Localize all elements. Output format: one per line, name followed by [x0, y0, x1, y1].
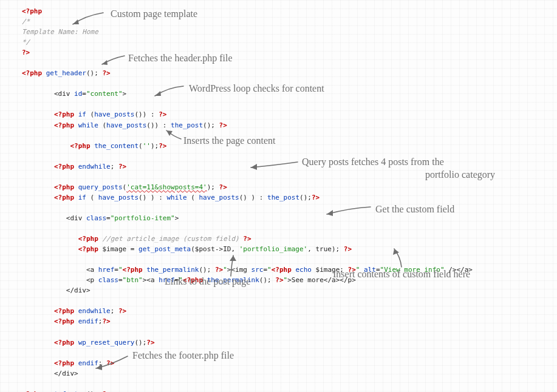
code-token: src [251, 266, 264, 274]
code-token: ($post->ID, [191, 245, 239, 253]
code-token: ?> [219, 121, 227, 129]
code-token: <?php [22, 317, 74, 325]
code-token: <?php [22, 245, 98, 253]
php-code-block: <?php /* Template Name: Home */ ?> <?php… [22, 6, 473, 392]
code-token: ?> [219, 183, 227, 191]
code-token: <?php [123, 266, 143, 274]
code-token: = [106, 214, 111, 222]
code-token: > [123, 90, 127, 98]
code-token: ?> [118, 163, 126, 171]
code-token: ?> [159, 110, 166, 118]
code-token: <?php [22, 69, 42, 77]
annotation-custom-template: Custom page template [111, 7, 197, 22]
code-token: " [267, 266, 272, 274]
code-token: id [74, 90, 82, 98]
annotation-header: Fetches the header.php file [128, 51, 233, 66]
code-token: "content" [86, 90, 123, 98]
code-token: ( [86, 194, 98, 201]
code-token: ( [138, 142, 143, 150]
code-token: get_post_meta [138, 245, 191, 253]
code-token: = [118, 276, 123, 284]
code-token: <div [22, 90, 74, 98]
code-token: " [118, 266, 123, 274]
code-token: ()) : [146, 121, 171, 129]
code-token: if [74, 110, 86, 118]
code-token: <?php [22, 194, 74, 201]
code-token: <?php [22, 235, 98, 243]
code-token: while [74, 121, 98, 129]
code-token: wp_reset_query [74, 339, 134, 346]
annotation-insert-field: Insert contents of custom field here [333, 267, 470, 282]
code-token: ); [151, 142, 159, 150]
code-token: ?> [102, 317, 110, 325]
code-token: "btn" [123, 276, 143, 284]
code-token: the_post [171, 121, 203, 129]
code-token: 'cat=11&showposts=4' [126, 183, 207, 191]
code-token: ( [98, 121, 106, 129]
code-comment: */ [22, 38, 30, 46]
code-token: <div [22, 214, 86, 222]
code-token: (); [199, 266, 215, 274]
code-token: <?php [22, 121, 74, 129]
code-token: () ) : [239, 194, 267, 201]
code-token: the_post [267, 194, 299, 201]
annotation-content: Inserts the page content [183, 133, 276, 149]
code-token: > [175, 214, 179, 222]
code-token: ()) : [134, 110, 159, 118]
code-token: have_posts [94, 110, 134, 118]
code-token: <?php [22, 183, 74, 191]
code-token: endif [74, 317, 98, 325]
code-token: (); [134, 339, 146, 346]
code-token: have_posts [98, 194, 138, 201]
annotation-query-line1: Query posts fetches 4 posts from the [302, 155, 444, 170]
code-token: href [98, 266, 115, 274]
code-token: 'portfolio_image' [239, 245, 308, 253]
code-token: ?> [312, 194, 320, 201]
annotation-query-line2: portfolio category [425, 167, 495, 183]
code-token: , true); [307, 245, 344, 253]
code-token: "portfolio-item" [111, 214, 175, 222]
code-token: get_header [42, 69, 86, 77]
code-token: ); [207, 183, 219, 191]
code-token: ?> [22, 49, 30, 56]
code-token: echo [292, 266, 312, 274]
code-token: ; [98, 359, 106, 367]
code-token: have_posts [199, 194, 239, 201]
code-token: ?> [215, 266, 223, 274]
code-token: $image = [98, 245, 138, 253]
code-token: " [223, 266, 227, 274]
code-token: <?php [22, 7, 42, 15]
annotation-custom-field: Get the custom field [375, 202, 454, 217]
code-token: endwhile [74, 307, 111, 315]
code-token: endwhile [74, 163, 111, 171]
code-token: ?> [102, 69, 110, 77]
code-token: ?> [118, 307, 126, 315]
code-token: ><a [143, 276, 159, 284]
code-token: ><img [227, 266, 251, 274]
code-token: the_content [91, 142, 138, 150]
code-token: <?php [22, 110, 74, 118]
code-token: ?> [344, 245, 352, 253]
code-token: = [82, 90, 86, 98]
code-token: <?php [22, 307, 74, 315]
annotation-links: Links to the post page [165, 274, 250, 289]
code-token: the_permalink [143, 266, 199, 274]
code-token: <a [22, 266, 98, 274]
annotation-loop: WordPress loop checks for content [189, 81, 324, 96]
code-comment: //get article_image (custom field) [98, 235, 243, 243]
code-token: while [166, 194, 186, 201]
code-token: </div> [22, 370, 78, 377]
code-token: class [98, 276, 118, 284]
code-token: () ) : [138, 194, 166, 201]
code-token: ( [86, 110, 94, 118]
code-comment: Template Name: Home [22, 28, 98, 36]
code-token: <p [22, 276, 98, 284]
code-token: <?php [22, 142, 91, 150]
code-token: ?> [146, 339, 154, 346]
code-token: <?php [22, 359, 74, 367]
code-token: ( [187, 194, 199, 201]
code-token: ?> [159, 142, 166, 150]
code-token: (); [86, 69, 103, 77]
code-token: ?> [243, 235, 251, 243]
code-token: endif [74, 359, 98, 367]
